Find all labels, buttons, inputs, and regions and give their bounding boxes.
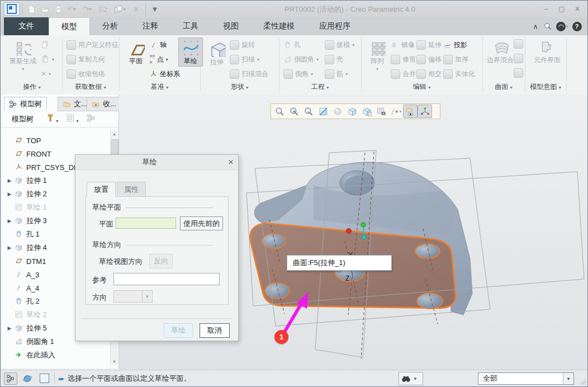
dialog-tab-properties[interactable]: 属性 xyxy=(117,182,146,197)
plane-button[interactable]: 平面 xyxy=(121,37,150,67)
tree-settings-icon[interactable]: ▾ xyxy=(66,114,78,125)
hole-button[interactable]: 孔 xyxy=(283,39,301,51)
group-label-shapes[interactable]: 形状 ▾ xyxy=(200,82,279,92)
component-interface-button[interactable]: 元件界面 xyxy=(528,37,566,65)
help-icon[interactable]: ? xyxy=(571,20,583,32)
save-icon[interactable] xyxy=(52,3,64,15)
tab-model-tree[interactable]: 模型树 xyxy=(4,97,47,111)
tree-item-insert-here[interactable]: 在此插入 xyxy=(2,348,109,362)
chamfer-button[interactable]: 倒角▾ xyxy=(283,68,313,80)
axis-button[interactable]: 轴 xyxy=(149,39,167,51)
style-surface-button[interactable] xyxy=(514,52,523,64)
community-icon[interactable]: ◠▾ xyxy=(554,20,571,32)
group-label-editing[interactable]: 编辑 ▾ xyxy=(361,82,482,92)
extend-button[interactable]: 延伸 xyxy=(416,39,442,51)
delete-button[interactable]: ✕▾ xyxy=(41,68,51,80)
scroll-up-icon[interactable]: ▲ xyxy=(111,130,118,138)
paste-button[interactable]: ▾ xyxy=(41,53,54,65)
use-previous-button[interactable]: 使用先前的 xyxy=(180,216,223,230)
customize-quick-access-icon[interactable]: ▼ xyxy=(149,3,161,15)
offset-button[interactable]: 偏移 xyxy=(416,53,442,65)
tab-tools[interactable]: 工具 xyxy=(170,17,211,35)
rib-button[interactable]: 筋▾ xyxy=(325,68,348,80)
trim-button[interactable]: 修剪 xyxy=(391,53,416,65)
tab-file[interactable]: 文件 xyxy=(4,17,49,35)
resize-grip[interactable] xyxy=(579,378,586,385)
reference-input[interactable] xyxy=(113,273,220,285)
group-label-surfaces[interactable]: 曲面 ▾ xyxy=(482,82,525,92)
regenerate-quick-icon[interactable] xyxy=(97,3,109,15)
tree-item-top[interactable]: TOP xyxy=(2,134,109,147)
thicken-icon xyxy=(443,55,453,64)
extrude-button[interactable]: 拉伸 xyxy=(203,37,231,68)
open-file-icon[interactable] xyxy=(39,3,51,15)
new-file-icon[interactable] xyxy=(25,3,37,15)
dialog-cancel-button[interactable]: 取消 xyxy=(200,323,230,338)
draft-button[interactable]: 拔模▾ xyxy=(325,39,354,51)
project-button[interactable]: 投影 xyxy=(443,39,467,51)
undo-icon[interactable]: ↶▾ xyxy=(65,3,78,15)
filter-value: 全部 xyxy=(483,374,497,384)
sweep-button[interactable]: 扫描▾ xyxy=(230,53,259,65)
sketch-button[interactable]: 草绘 xyxy=(178,37,203,67)
toggle-navigator-icon[interactable] xyxy=(4,372,17,385)
drag-handle-green xyxy=(361,223,366,227)
plane-input[interactable] xyxy=(116,218,176,229)
orientation-select[interactable]: ▼ xyxy=(113,290,153,303)
minimize-button[interactable]: – xyxy=(538,3,554,15)
tree-tools-icon[interactable]: ▾ xyxy=(46,114,58,125)
mirror-button[interactable]: 镜像 xyxy=(391,39,415,51)
round-button[interactable]: 倒圆角▾ xyxy=(283,53,319,65)
dialog-close-icon[interactable]: ✕ xyxy=(224,155,238,169)
search-icon[interactable] xyxy=(542,20,554,32)
regenerate-button[interactable]: 重新生成 ▾ xyxy=(5,37,41,73)
group-label-operations[interactable]: 操作 ▾ xyxy=(2,82,62,92)
tab-applications[interactable]: 应用程序 xyxy=(307,17,363,35)
group-label-get-data[interactable]: 获取数据 ▾ xyxy=(62,82,119,92)
point-button[interactable]: ×××点▾ xyxy=(149,53,168,65)
tree-search-icon[interactable] xyxy=(87,114,96,125)
group-label-model-intent[interactable]: 模型意图 ▾ xyxy=(525,82,566,92)
collapse-ribbon-icon[interactable]: ∧ xyxy=(529,20,542,32)
intersect-button[interactable]: 相交 xyxy=(416,68,442,80)
close-window-icon[interactable]: ✕ xyxy=(130,3,143,15)
search-tool-button[interactable]: ▼ xyxy=(399,372,423,385)
dialog-sketch-button[interactable]: 草绘 xyxy=(164,323,193,338)
tab-favorites[interactable]: 收... xyxy=(87,97,121,111)
thicken-button[interactable]: 加厚 xyxy=(443,53,468,65)
fill-surface-button[interactable] xyxy=(514,37,523,50)
swept-blend-button[interactable]: 扫描混合 xyxy=(230,68,268,80)
freestyle-button[interactable] xyxy=(514,67,523,79)
full-screen-icon[interactable] xyxy=(37,372,51,385)
tab-analysis[interactable]: 分析 xyxy=(90,17,130,35)
flip-button[interactable]: 反向 xyxy=(149,254,173,268)
merge-button[interactable]: 合并 xyxy=(391,68,416,80)
dialog-title-bar[interactable]: 草绘 ✕ xyxy=(75,155,238,170)
close-button[interactable]: ✕ xyxy=(570,3,585,15)
maximize-button[interactable]: ▢ xyxy=(554,3,570,15)
group-label-engineering[interactable]: 工程 ▾ xyxy=(279,82,361,92)
windows-icon[interactable]: ▾ xyxy=(110,3,129,15)
tab-flexible-modeling[interactable]: 柔性建模 xyxy=(251,17,307,35)
tab-model[interactable]: 模型 xyxy=(49,17,90,36)
csys-button[interactable]: 坐标系 xyxy=(149,68,180,80)
revolve-button[interactable]: 旋转 xyxy=(230,39,255,51)
redo-icon[interactable]: ↷▾ xyxy=(79,3,96,15)
plate-hole xyxy=(262,234,286,248)
udf-button[interactable]: 用户定义特征 xyxy=(67,39,118,51)
tab-annotate[interactable]: 注释 xyxy=(130,17,170,35)
copy-button[interactable] xyxy=(41,39,50,51)
filter-select[interactable]: 全部 ▼ xyxy=(478,372,574,385)
solidify-button[interactable]: 实体化 xyxy=(443,68,475,80)
web-browser-icon[interactable] xyxy=(21,372,34,385)
app-menu-button[interactable] xyxy=(4,2,20,16)
scroll-down-icon[interactable]: ▼ xyxy=(111,358,118,365)
copy-geometry-button[interactable]: 复制几何 xyxy=(67,53,105,65)
dialog-tab-placement[interactable]: 放置 xyxy=(87,182,116,197)
group-label-datum[interactable]: 基准 ▾ xyxy=(119,82,200,92)
shrinkwrap-button[interactable]: 收缩包络 xyxy=(67,68,105,80)
tab-view[interactable]: 视图 xyxy=(211,17,251,35)
shell-button[interactable]: 壳 xyxy=(325,53,343,65)
boundary-blend-button[interactable]: 边界混合 xyxy=(485,37,516,65)
pattern-button[interactable]: 阵列 ▾ xyxy=(364,37,391,73)
